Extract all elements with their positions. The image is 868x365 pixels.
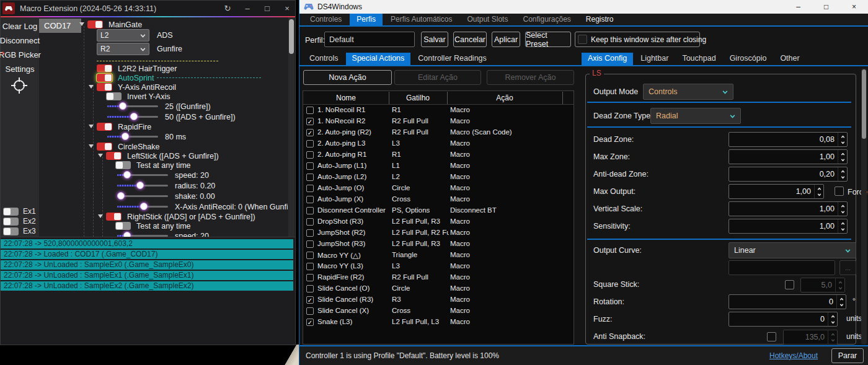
- refresh-icon[interactable]: ↻: [222, 4, 233, 13]
- tree-rightstick-ads-or-ads-gunfire[interactable]: RightStick ([ADS] or [ADS + Gunfire]): [106, 212, 255, 221]
- table-row[interactable]: ✓Slide Cancel (R3)R3Macro: [303, 294, 574, 306]
- select-preset-button[interactable]: Select Preset: [525, 32, 571, 47]
- table-row[interactable]: 2. Auto-ping R1R1Macro: [303, 149, 574, 161]
- toggle-ex1[interactable]: [3, 208, 19, 216]
- table-row[interactable]: Disconnect ControllerPS, OptionsDisconne…: [303, 205, 574, 216]
- toggle-switch[interactable]: [97, 74, 112, 82]
- log-line[interactable]: 22:07:28 -> UnLoaded : SampleEx2 (.Game_…: [1, 281, 293, 291]
- row-checkbox[interactable]: [306, 196, 314, 203]
- row-checkbox[interactable]: ✓: [306, 118, 314, 125]
- tree-50-ads-gunfire[interactable]: 50 ([ADS + Gunfire]): [107, 112, 158, 122]
- apply-button[interactable]: Aplicar: [492, 32, 520, 47]
- tree-autosprint[interactable]: AutoSprint: [97, 73, 261, 82]
- tab-lightbar[interactable]: Lightbar: [634, 53, 675, 65]
- square-stick-checkbox[interactable]: [785, 280, 794, 289]
- tree-test-at-any-time[interactable]: Test at any time: [115, 161, 191, 170]
- table-row[interactable]: Macro YY (L3)L3Macro: [303, 261, 574, 272]
- menu-tab-perfis-autom-ticos[interactable]: Perfis Automáticos: [384, 14, 459, 25]
- menu-tab-registro[interactable]: Registro: [579, 14, 621, 25]
- table-row[interactable]: Auto-Jump (O)CircleMacro: [303, 183, 574, 194]
- table-row[interactable]: JumpShot (R2)L2 Full Pull, R2 FuMacro: [303, 227, 574, 239]
- column-header-nome[interactable]: Nome: [303, 91, 389, 105]
- table-row[interactable]: 1. NoRecoil R1R1Macro: [303, 105, 574, 116]
- row-checkbox[interactable]: [306, 107, 314, 114]
- toggle-switch[interactable]: [97, 143, 112, 151]
- sensitivity-spinner[interactable]: 1,00: [728, 219, 848, 234]
- slider-thumb[interactable]: [136, 182, 144, 189]
- slider-track[interactable]: [117, 195, 168, 197]
- table-row[interactable]: RapidFire (R2)R2 Full PullMacro: [303, 272, 574, 283]
- output-curve-dropdown[interactable]: Linear: [728, 242, 856, 258]
- table-row[interactable]: 2. Auto-ping L3L3Macro: [303, 138, 574, 149]
- table-row[interactable]: ✓1. NoRecoil R2R2 Full PullMacro: [303, 116, 574, 127]
- slider-track[interactable]: [117, 206, 168, 208]
- row-checkbox[interactable]: [306, 274, 314, 281]
- slider-thumb[interactable]: [117, 192, 125, 200]
- tab-special-actions[interactable]: Special Actions: [346, 53, 411, 65]
- table-row[interactable]: DropShot (R3)L2 Full Pull, R3Macro: [303, 216, 574, 227]
- row-checkbox[interactable]: [306, 174, 314, 181]
- rotation-spinner[interactable]: 0: [728, 294, 846, 309]
- table-row[interactable]: JumpShot (R3)L2 Full Pull, R3Macro: [303, 239, 574, 250]
- tree-ads[interactable]: L2ADS: [97, 29, 173, 42]
- tree-25-gunfire[interactable]: 25 ([Gunfire]): [107, 101, 158, 112]
- axis-panel-scrollbar[interactable]: [861, 68, 867, 345]
- row-checkbox[interactable]: ✓: [306, 319, 314, 326]
- sidebar-button-rgb-picker[interactable]: RGB Picker: [1, 48, 39, 62]
- sidebar-button-clear-log[interactable]: Clear Log: [1, 19, 39, 33]
- tree-shake-0-00[interactable]: shake: 0.00: [117, 191, 168, 201]
- crosshair-icon[interactable]: [10, 76, 29, 97]
- slider-thumb[interactable]: [119, 102, 126, 110]
- row-checkbox[interactable]: [306, 252, 314, 259]
- dead-zone-spinner[interactable]: 0,08: [728, 132, 848, 147]
- table-row[interactable]: Auto-Jump (L2)L2Macro: [303, 172, 574, 183]
- profile-name-input[interactable]: [324, 32, 415, 47]
- row-checkbox[interactable]: [306, 162, 314, 170]
- tree-l2r2-hairtrigger[interactable]: L2R2 HairTrigger: [97, 64, 177, 73]
- toggle-switch[interactable]: [115, 222, 131, 230]
- toggle-switch[interactable]: [106, 152, 122, 160]
- toggle-switch[interactable]: [87, 20, 103, 29]
- toggle-switch[interactable]: [97, 83, 112, 91]
- row-checkbox[interactable]: ✓: [306, 296, 314, 304]
- expand-arrow-icon[interactable]: [89, 85, 94, 89]
- table-row[interactable]: Auto-Jump (X)CrossMacro: [303, 194, 574, 205]
- table-row[interactable]: Slide Cancel (X)CrossMacro: [303, 306, 574, 317]
- tab-axis-config[interactable]: Axis Config: [582, 53, 633, 65]
- tree-test-at-any-time[interactable]: Test at any time: [115, 221, 191, 231]
- tab-controller-readings[interactable]: Controller Readings: [412, 53, 492, 65]
- toggle-switch[interactable]: [97, 64, 112, 73]
- dead-zone-type-dropdown[interactable]: Radial: [650, 108, 741, 124]
- maximize-icon[interactable]: □: [262, 4, 273, 13]
- close-icon[interactable]: ×: [840, 0, 868, 14]
- cancel-button[interactable]: Cancelar: [453, 32, 487, 47]
- toggle-ex3[interactable]: [3, 227, 19, 235]
- fuzz-spinner[interactable]: 0: [728, 312, 838, 327]
- minimize-icon[interactable]: –: [784, 0, 812, 14]
- table-row[interactable]: Macro YY (△)TriangleMacro: [303, 250, 574, 261]
- expand-arrow-icon[interactable]: [98, 154, 103, 157]
- axis-panel-scrollbar-thumb[interactable]: [862, 69, 866, 139]
- hotkeys-about-link[interactable]: Hotkeys/About: [769, 351, 818, 360]
- row-checkbox[interactable]: [306, 285, 314, 292]
- tree-gunfire[interactable]: R2Gunfire: [97, 43, 182, 55]
- toggle-switch[interactable]: [97, 123, 112, 131]
- tree-maingate[interactable]: MainGate: [87, 20, 142, 29]
- maximize-icon[interactable]: □: [812, 0, 840, 14]
- minimize-icon[interactable]: –: [242, 4, 253, 13]
- table-row[interactable]: Auto-Jump (L1)L1Macro: [303, 161, 574, 172]
- sidebar-button-disconnect[interactable]: Disconnect: [1, 33, 39, 48]
- slider-track[interactable]: [107, 105, 158, 107]
- tree-rapidfire[interactable]: RapidFire: [97, 122, 151, 131]
- keep-window-size-option[interactable]: Keep this window size after closing: [575, 32, 700, 47]
- tab-other[interactable]: Other: [774, 53, 805, 65]
- nova-a-o-button[interactable]: Nova Ação: [303, 70, 392, 85]
- table-row[interactable]: ✓2. Auto-ping (R2)R2 Full PullMacro (Sca…: [303, 127, 574, 138]
- close-icon[interactable]: ×: [281, 4, 293, 13]
- tab-touchpad[interactable]: Touchpad: [676, 53, 722, 65]
- slider-track[interactable]: [117, 174, 168, 176]
- row-checkbox[interactable]: [306, 140, 314, 147]
- sidebar-button-settings[interactable]: Settings: [1, 62, 39, 76]
- tree-x-axis-antirecoil-0-when-gunfire[interactable]: X-Axis AntiRecoil: 0 (When Gunfire): [117, 201, 168, 212]
- table-row[interactable]: ✓Snake (L3)L2 Full Pull, L3Macro: [303, 317, 574, 328]
